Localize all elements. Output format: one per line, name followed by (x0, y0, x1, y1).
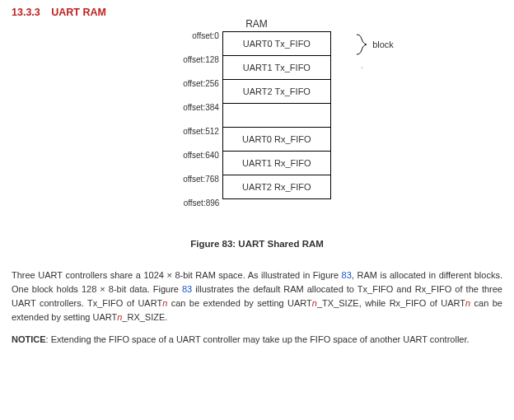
brace-label: block (372, 40, 394, 49)
offset-label: offset:256 (183, 80, 222, 104)
figure-title: UART Shared RAM (238, 239, 324, 249)
paragraph-1: Three UART controllers share a 1024 × 8-… (12, 268, 502, 324)
offset-label: offset:896 (183, 199, 222, 221)
ram-cell: UART2 Rx_FIFO (222, 175, 330, 199)
figure-number: Figure 83 (190, 239, 232, 249)
figure-caption: Figure 83: UART Shared RAM (12, 239, 502, 249)
offset-label: offset:128 (183, 56, 222, 80)
section-heading: 13.3.3 UART RAM (12, 7, 502, 18)
figure-ref: 83 (342, 270, 352, 280)
notice-label: NOTICE (12, 334, 46, 344)
offset-label: offset:384 (183, 104, 222, 128)
offset-label: offset:512 (183, 128, 222, 152)
ram-cell: UART1 Tx_FIFO (222, 56, 330, 80)
offset-label: offset:640 (183, 152, 222, 175)
figure-ref: 83 (182, 284, 192, 294)
ram-cell-bottom (222, 199, 330, 221)
block-brace: block (356, 35, 394, 54)
ram-cell: UART0 Rx_FIFO (222, 128, 330, 152)
brace-dot: . (361, 61, 363, 70)
offset-label: offset:0 (183, 32, 222, 56)
ram-cell-empty (222, 104, 330, 128)
notice-paragraph: NOTICE: Extending the FIFO space of a UA… (12, 333, 502, 347)
ram-title: RAM (245, 18, 268, 30)
section-number: 13.3.3 (12, 7, 40, 18)
ram-cell: UART2 Tx_FIFO (222, 80, 330, 104)
ram-table: offset:0 UART0 Tx_FIFO offset:128 UART1 … (183, 31, 331, 221)
page-root: 13.3.3 UART RAM RAM block . offset:0 UAR… (0, 0, 514, 365)
figure-83-diagram: RAM block . offset:0 UART0 Tx_FIFO offse… (12, 31, 502, 221)
ram-cell: UART0 Tx_FIFO (222, 32, 330, 56)
ram-cell: UART1 Rx_FIFO (222, 152, 330, 175)
ram-diagram: RAM block . offset:0 UART0 Tx_FIFO offse… (183, 31, 331, 221)
offset-label: offset:768 (183, 175, 222, 199)
section-title: UART RAM (51, 7, 106, 18)
notice-text: : Extending the FIFO space of a UART con… (46, 334, 470, 344)
